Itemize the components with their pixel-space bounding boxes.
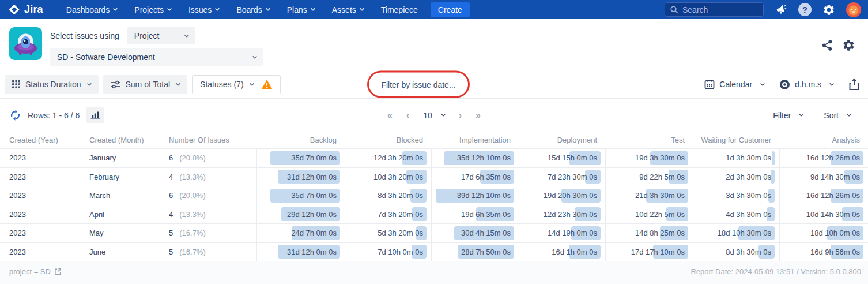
page: Jira DashboardsProjectsIssuesBoardsPlans… [0, 0, 868, 284]
external-link-icon [54, 268, 62, 275]
first-page-button[interactable]: « [387, 111, 393, 120]
cell-issue-count: 6(20.0%) [160, 186, 256, 205]
settings-icon [822, 3, 835, 16]
jql-query-link[interactable]: project = SD [9, 267, 62, 276]
issue-count-value: 6 [169, 191, 173, 200]
filter-dropdown[interactable]: Filter [773, 111, 803, 120]
nav-settings-button[interactable] [822, 3, 835, 16]
duration-cell-analysis: 18d 10h 0m 0s [779, 224, 868, 243]
refresh-button[interactable] [9, 109, 21, 121]
duration-value: 14d 19h 0m 0s [548, 229, 605, 237]
nav-item-boards[interactable]: Boards [236, 5, 269, 14]
cell-year: 2023 [0, 224, 80, 243]
duration-value: 24d 7h 0m 0s [291, 229, 345, 237]
sort-dropdown[interactable]: Sort [824, 111, 851, 120]
sort-label: Sort [824, 111, 839, 120]
column-header-created-year: Created (Year) [0, 132, 80, 149]
eye-icon [779, 79, 790, 90]
project-dropdown[interactable]: SD - Sofware Development [50, 48, 263, 66]
jira-brand[interactable]: Jira [8, 3, 43, 16]
issue-count-value: 4 [169, 173, 173, 181]
duration-cell-blocked: 7d 3h 20m 0s [345, 205, 431, 225]
chart-icon [90, 111, 100, 119]
chevron-down-icon [252, 54, 257, 58]
duration-value: 8d 3h 30m 0s [726, 248, 779, 256]
nav-item-dashboards[interactable]: Dashboards [66, 5, 118, 14]
next-page-button[interactable]: › [459, 111, 462, 120]
chevron-down-icon [176, 81, 180, 85]
duration-cell-deployment: 14d 19h 0m 0s [519, 224, 605, 243]
duration-value: 31d 12h 0m 0s [287, 173, 345, 181]
report-type-dropdown[interactable]: Status Duration [5, 75, 99, 94]
page-size-select[interactable]: 10 [423, 111, 445, 120]
share-button[interactable] [821, 39, 834, 52]
duration-value: 35d 7h 0m 0s [291, 191, 345, 200]
date-filter-button[interactable]: Filter by issue date... [381, 80, 455, 89]
duration-value: 18d 10h 0m 0s [810, 229, 868, 237]
nav-item-issues[interactable]: Issues [188, 5, 219, 14]
nav-item-assets[interactable]: Assets [332, 5, 364, 14]
chevron-down-icon [265, 6, 270, 11]
nav-item-label: Timepiece [381, 5, 418, 14]
duration-cell-deployment: 7d 23h 30m 0s [519, 168, 605, 187]
filter-label: Filter [773, 111, 791, 120]
duration-cell-blocked: 5d 3h 20m 0s [345, 224, 431, 243]
calendar-label: Calendar [719, 80, 752, 89]
report-type-label: Status Duration [25, 80, 81, 89]
column-header-number-of-issues: Number Of Issues [160, 132, 256, 149]
nav-item-timepiece[interactable]: Timepiece [381, 5, 418, 14]
aggregation-label: Sum of Total [126, 80, 171, 89]
issue-source-dropdown[interactable]: Project [127, 27, 195, 44]
controls-right: Filter Sort [773, 111, 851, 120]
duration-cell-deployment: 15d 15h 0m 0s [519, 149, 605, 168]
duration-value: 10d 3h 20m 0s [373, 173, 431, 181]
chevron-down-icon [86, 81, 91, 85]
statuses-dropdown[interactable]: Statuses (7) [192, 75, 280, 94]
issue-count-value: 5 [169, 229, 173, 237]
chevron-down-icon [847, 112, 851, 117]
table-controls: Rows: 1 - 6 / 6 « ‹ 10 › » Filter [0, 99, 868, 132]
last-page-button[interactable]: » [475, 111, 481, 120]
column-header-blocked: Blocked [345, 132, 431, 149]
annotation-red-oval: Filter by issue date... [367, 71, 470, 98]
duration-value: 10d 22h 5m 0s [635, 210, 693, 219]
cell-issue-count: 4(13.3%) [160, 205, 256, 225]
report-settings-button[interactable] [842, 39, 855, 52]
duration-value: 16d 12h 26m 0s [806, 154, 868, 162]
calendar-dropdown[interactable]: Calendar [704, 79, 764, 89]
duration-value: 10d 14h 30m 0s [806, 210, 868, 219]
announcement-button[interactable] [775, 3, 787, 16]
duration-cell-test: 14d 8h 25m 0s [605, 224, 693, 243]
duration-value: 16d 12h 26m 0s [806, 191, 868, 200]
cell-year: 2023 [0, 168, 80, 187]
aggregation-dropdown[interactable]: Sum of Total [103, 75, 188, 94]
duration-value: 30d 4h 15m 0s [461, 229, 519, 237]
nav-item-label: Projects [134, 5, 164, 14]
issue-count-percent: (16.7%) [179, 229, 206, 237]
duration-cell-blocked: 10d 3h 20m 0s [345, 168, 431, 187]
topnav-menus: DashboardsProjectsIssuesBoardsPlansAsset… [66, 5, 418, 14]
duration-value: 12d 23h 30m 0s [544, 210, 605, 219]
nav-item-plans[interactable]: Plans [287, 5, 315, 14]
duration-cell-waiting-for-customer: 8d 3h 30m 0s [693, 243, 779, 262]
duration-cell-backlog: 31d 12h 0m 0s [256, 168, 345, 187]
create-button[interactable]: Create [431, 2, 470, 17]
search-box[interactable] [665, 2, 764, 17]
nav-item-projects[interactable]: Projects [134, 5, 171, 14]
export-button[interactable] [848, 78, 860, 91]
duration-cell-implementation: 39d 12h 10m 0s [431, 186, 519, 205]
user-avatar[interactable] [846, 2, 861, 17]
nav-item-label: Boards [236, 5, 262, 14]
duration-value: 15d 15h 0m 0s [548, 154, 605, 162]
time-format-dropdown[interactable]: d.h.m.s [779, 79, 833, 90]
duration-value: 16d 1h 0m 0s [552, 248, 605, 256]
help-button[interactable]: ? [798, 3, 812, 16]
search-input[interactable] [682, 5, 752, 14]
duration-value: 1d 3h 30m 0s [726, 154, 779, 162]
brand-name: Jira [24, 3, 43, 16]
chart-view-button[interactable] [86, 107, 104, 123]
duration-cell-waiting-for-customer: 18d 10h 30m 0s [693, 224, 779, 243]
duration-value: 35d 12h 10m 0s [457, 154, 519, 162]
prev-page-button[interactable]: ‹ [406, 111, 409, 120]
duration-value: 19d 6h 35m 0s [461, 210, 519, 219]
